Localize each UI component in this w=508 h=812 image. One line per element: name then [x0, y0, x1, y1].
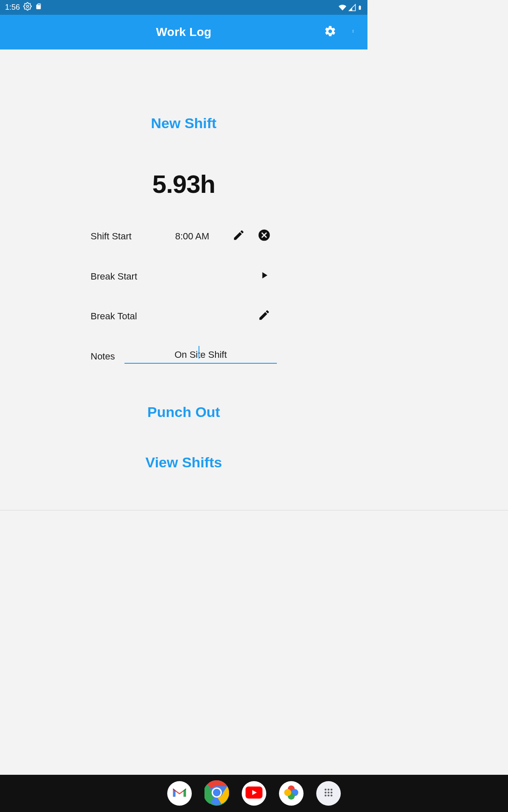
main-content: New Shift 5.93h Shift Start 8:00 AM Brea…	[0, 49, 367, 550]
app-bar-actions	[323, 15, 360, 49]
notes-row: Notes	[91, 349, 277, 364]
gear-outline-icon	[23, 2, 32, 13]
edit-break-total-button[interactable]	[251, 309, 277, 324]
svg-point-0	[27, 5, 29, 8]
sd-card-icon	[35, 3, 42, 12]
start-break-button[interactable]	[251, 270, 277, 283]
status-left: 1:56	[5, 2, 42, 13]
pencil-icon	[258, 309, 271, 324]
notes-label: Notes	[91, 351, 124, 362]
svg-point-1	[353, 30, 353, 31]
clear-shift-start-button[interactable]	[251, 228, 277, 244]
notes-input-wrap	[124, 349, 277, 364]
play-icon	[259, 270, 270, 283]
cancel-icon	[257, 228, 271, 244]
status-bar: 1:56	[0, 0, 367, 15]
text-caret	[199, 346, 199, 359]
edit-shift-start-button[interactable]	[226, 229, 251, 244]
svg-point-3	[353, 32, 353, 33]
shift-start-row: Shift Start 8:00 AM	[91, 228, 277, 244]
settings-button[interactable]	[323, 25, 337, 39]
gear-icon	[324, 25, 337, 39]
more-button[interactable]	[346, 25, 360, 39]
svg-point-2	[353, 31, 353, 32]
signal-icon	[348, 4, 356, 11]
wifi-icon	[338, 4, 347, 11]
break-total-row: Break Total	[91, 309, 277, 324]
shift-start-value: 8:00 AM	[158, 231, 226, 242]
app-bar: Work Log	[0, 15, 367, 49]
pencil-icon	[232, 229, 245, 244]
break-total-label: Break Total	[91, 311, 158, 322]
notes-input[interactable]	[124, 349, 277, 360]
break-start-label: Break Start	[91, 271, 158, 282]
shift-start-label: Shift Start	[91, 231, 158, 242]
status-right	[338, 3, 362, 12]
hours-display: 5.93h	[152, 170, 215, 199]
app-title: Work Log	[156, 25, 212, 39]
break-start-row: Break Start	[91, 270, 277, 283]
more-vert-icon	[351, 25, 355, 39]
view-shifts-button[interactable]: View Shifts	[146, 454, 222, 471]
shift-rows: Shift Start 8:00 AM Break Start	[91, 228, 277, 364]
punch-out-button[interactable]: Punch Out	[147, 404, 220, 420]
new-shift-button[interactable]: New Shift	[151, 115, 217, 132]
status-time: 1:56	[5, 3, 20, 12]
battery-icon	[357, 3, 362, 12]
divider	[0, 510, 367, 510]
